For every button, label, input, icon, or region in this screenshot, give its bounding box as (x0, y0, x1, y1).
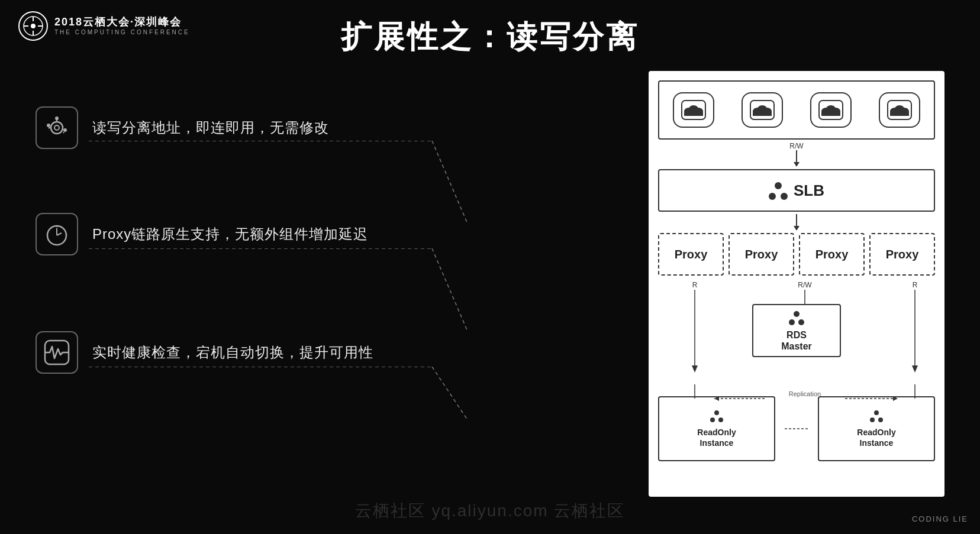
proxy-box-3: Proxy (799, 233, 865, 276)
readonly-instance-1: ReadOnlyInstance (658, 396, 775, 461)
readonly-instances-row: ReadOnlyInstance ReadOnlyInstance (658, 396, 935, 461)
svg-point-57 (789, 319, 795, 325)
logo-main-text: 2018云栖大会·深圳峰会 (54, 16, 190, 29)
svg-point-71 (870, 418, 875, 422)
svg-rect-38 (821, 111, 840, 116)
proxy-box-4: Proxy (869, 233, 935, 276)
corner-watermark: CODING LIE (912, 514, 968, 523)
conference-logo-icon (18, 11, 49, 41)
logo-text-group: 2018云栖大会·深圳峰会 THE COMPUTING CONFERENCE (54, 16, 190, 36)
svg-text:R: R (913, 281, 918, 289)
db-connection-area: R R/W R RDSMaster (658, 278, 935, 384)
rds-master-label: RDSMaster (781, 329, 812, 352)
readonly-2-label: ReadOnlyInstance (857, 427, 895, 448)
sync-icon (36, 106, 78, 149)
svg-point-67 (710, 418, 715, 422)
clients-row (658, 80, 935, 140)
svg-point-68 (718, 418, 723, 422)
slb-to-proxy-arrow (658, 212, 935, 233)
readonly-connector (785, 396, 808, 461)
slb-label: SLB (794, 182, 824, 200)
readonly-1-label: ReadOnlyInstance (697, 427, 736, 448)
svg-rect-33 (753, 111, 772, 116)
architecture-diagram: R/W SLB Proxy Proxy (649, 71, 944, 497)
cloud-client-1 (673, 92, 714, 128)
rds-master-box: RDSMaster (752, 304, 841, 357)
svg-line-23 (432, 367, 468, 420)
slb-box: SLB (658, 169, 935, 212)
proxies-row: Proxy Proxy Proxy Proxy (658, 233, 935, 276)
proxy-box-2: Proxy (728, 233, 794, 276)
svg-point-70 (874, 410, 879, 415)
svg-point-56 (794, 311, 800, 317)
page-title: 扩展性之：读写分离 (341, 17, 639, 58)
svg-point-58 (798, 319, 804, 325)
svg-point-46 (781, 193, 788, 200)
svg-line-16 (57, 233, 62, 235)
replication-area: Replication (658, 384, 935, 461)
watermark: 云栖社区 yq.aliyun.com 云栖社区 (355, 500, 626, 522)
feature-2-text: Proxy链路原生支持，无额外组件增加延迟 (92, 225, 368, 244)
header: 2018云栖大会·深圳峰会 THE COMPUTING CONFERENCE (18, 11, 190, 41)
svg-line-13 (432, 141, 468, 224)
svg-point-45 (769, 193, 776, 200)
rw-label: R/W (789, 142, 803, 150)
svg-point-44 (775, 182, 782, 189)
proxy-box-1: Proxy (658, 233, 724, 276)
svg-point-8 (54, 125, 59, 130)
svg-point-2 (31, 24, 36, 28)
connector-3 (89, 367, 468, 438)
svg-point-11 (63, 128, 67, 132)
readonly-instance-2: ReadOnlyInstance (818, 396, 935, 461)
rw-arrow: R/W (658, 140, 935, 169)
svg-text:R: R (692, 281, 698, 289)
svg-point-7 (51, 122, 63, 134)
feature-3-text: 实时健康检查，宕机自动切换，提升可用性 (92, 343, 373, 362)
svg-line-20 (432, 248, 468, 331)
timer-icon (36, 213, 78, 255)
feature-1-text: 读写分离地址，即连即用，无需修改 (92, 118, 329, 137)
svg-point-72 (878, 418, 883, 422)
heartbeat-icon (36, 331, 78, 374)
svg-rect-28 (684, 111, 703, 116)
svg-marker-55 (912, 365, 918, 373)
cloud-client-3 (810, 92, 852, 128)
logo-sub-text: THE COMPUTING CONFERENCE (54, 29, 190, 36)
cloud-client-4 (879, 92, 920, 128)
svg-rect-43 (890, 111, 909, 116)
cloud-client-2 (742, 92, 783, 128)
left-panel: 读写分离地址，即连即用，无需修改 Proxy链路原生支持，无额外组件增加延迟 (36, 77, 462, 491)
svg-point-66 (714, 410, 719, 415)
svg-text:R/W: R/W (798, 281, 812, 289)
svg-marker-49 (692, 365, 698, 373)
